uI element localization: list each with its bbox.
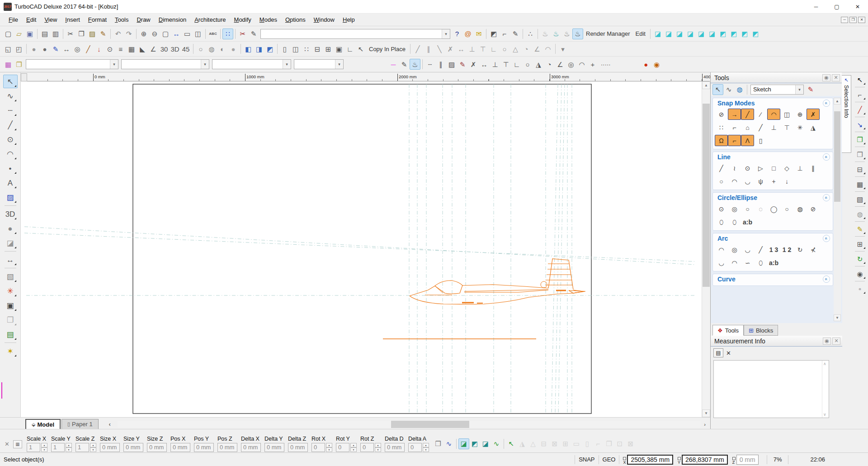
tab-tools[interactable]: ❖Tools <box>712 325 744 336</box>
menu-tools[interactable]: Tools <box>111 14 132 25</box>
arc-3point-icon[interactable]: ◠ <box>728 257 741 268</box>
redo-icon[interactable]: ↷ <box>123 29 134 39</box>
assemble-5-icon[interactable]: ↔ <box>456 43 467 54</box>
line-multiline-icon[interactable]: ≀ <box>728 162 741 174</box>
edit-curve-icon[interactable]: ∿ <box>443 438 454 449</box>
snap-intersection-icon[interactable]: ✗ <box>807 109 820 120</box>
viewport-4-icon[interactable]: ⊞ <box>323 43 334 54</box>
corner-handle-icon[interactable]: ⌐ <box>854 89 866 100</box>
frame-nodes-icon[interactable]: ▫ <box>854 283 866 295</box>
collapse-icon[interactable]: « <box>823 100 830 107</box>
field-value[interactable]: 1 <box>27 443 40 452</box>
snap-indicator[interactable]: SNAP <box>579 456 594 463</box>
inspector-close-icon[interactable]: ✕ <box>5 441 9 447</box>
pencil-node-icon[interactable]: ✎ <box>50 43 61 54</box>
arc-tool-icon[interactable]: ◠ <box>576 59 587 70</box>
snap-vertical-icon[interactable]: ⊥ <box>767 122 780 133</box>
viewport-single-icon[interactable]: ▯ <box>279 43 290 54</box>
no-select-icon[interactable]: ⊠ <box>625 438 636 449</box>
3d-object-tool[interactable]: 3D <box>3 207 18 221</box>
insert-part-tool[interactable]: ❐ <box>3 313 18 327</box>
zoom-out-icon[interactable]: ⊖ <box>149 29 160 39</box>
menu-window[interactable]: Window <box>310 14 339 25</box>
camera-move-icon[interactable]: ◉ <box>854 268 866 280</box>
arc-elliptical-icon[interactable]: ⬯ <box>754 257 767 268</box>
field-value[interactable]: 1 <box>51 443 65 452</box>
edit-rect-icon[interactable]: ❐ <box>433 438 443 449</box>
scroll-down-icon[interactable]: ▼ <box>834 314 841 321</box>
light-tool[interactable]: ✳ <box>3 284 18 298</box>
rotate-view-icon[interactable]: ↻ <box>854 253 866 265</box>
field-value[interactable]: 0 mm <box>217 443 237 452</box>
assemble-4-icon[interactable]: ✗ <box>445 43 456 54</box>
snap-aperture-icon[interactable]: ▯ <box>754 135 767 146</box>
render-edit-button[interactable]: Edit <box>633 30 648 37</box>
link-nodes-icon[interactable]: ∴ <box>525 29 536 39</box>
chevron-down-icon[interactable]: ▾ <box>110 60 118 69</box>
line-style-combo[interactable]: ▾ <box>121 59 209 69</box>
align-icon[interactable]: ⊟ <box>538 438 549 449</box>
mdi-close-button[interactable]: ✕ <box>858 17 865 23</box>
menu-format[interactable]: Format <box>84 14 111 25</box>
spell-check-icon[interactable]: ABC <box>208 29 218 39</box>
lock-aspect-icon[interactable]: ⊠ <box>549 438 560 449</box>
circle-diameter-icon[interactable]: ○ <box>741 203 754 214</box>
paper-stack-icon[interactable]: ❐ <box>14 59 24 70</box>
set-square-icon[interactable]: ◣ <box>137 43 148 54</box>
stack-objects-icon[interactable]: ⊟ <box>854 163 866 175</box>
schedule-table-icon[interactable]: ▦ <box>854 178 866 190</box>
ellipse-rotated-icon[interactable]: ⬯ <box>728 216 741 228</box>
iso-45-icon[interactable]: 45 <box>180 43 191 54</box>
pick-cursor-icon[interactable]: ↖ <box>355 43 366 54</box>
render-mode-wire-icon[interactable]: ○ <box>195 43 206 54</box>
flip-icon[interactable]: ↔ <box>61 43 72 54</box>
parallel-lines-icon[interactable]: ∥ <box>435 59 446 70</box>
assemble-7-icon[interactable]: ⊤ <box>477 43 488 54</box>
panel-world-icon[interactable]: ◍ <box>734 84 745 95</box>
collapse-icon[interactable]: « <box>823 276 830 283</box>
chevron-down-icon[interactable]: ▾ <box>283 60 291 69</box>
sphere-tool[interactable]: ● <box>3 222 18 235</box>
snap-quadrant-icon[interactable]: ◫ <box>780 109 793 120</box>
pos-icon[interactable]: ▯ <box>582 438 593 449</box>
field-value[interactable]: 0 mm <box>170 443 190 452</box>
format-painter-icon[interactable]: ✎ <box>98 29 108 39</box>
zoom-previous-icon[interactable]: ▭ <box>182 29 193 39</box>
selection-info-tab[interactable]: ↖ Selection Info <box>842 75 851 153</box>
balloon-icon[interactable]: ◍ <box>854 208 866 220</box>
line-color-swatch[interactable]: ─ <box>388 59 399 70</box>
inspector-grid-icon[interactable]: ▦ <box>13 440 22 448</box>
paste-icon[interactable]: ▨ <box>87 29 98 39</box>
text-tool[interactable]: A <box>3 176 18 190</box>
style-pen-icon[interactable]: ✎ <box>399 59 410 70</box>
snap-horizontal-icon[interactable]: ⊤ <box>780 122 793 133</box>
zoom-sheet-icon[interactable]: ◰ <box>14 43 24 54</box>
line-tangent-2arc-icon[interactable]: ◡ <box>741 176 754 187</box>
assemble-8-icon[interactable]: ∟ <box>488 43 499 54</box>
tab-scroll-right-button[interactable]: › <box>701 421 708 428</box>
box-wireframe-icon[interactable]: ▧ <box>854 193 866 205</box>
circle-tangent-icon[interactable]: ○ <box>780 203 793 214</box>
render-mode-hidden-icon[interactable]: ◍ <box>206 43 217 54</box>
view-iso-nw-icon[interactable]: ◩ <box>750 29 761 39</box>
snap-tangent-icon[interactable]: ╱ <box>754 122 767 133</box>
x-coordinate-field[interactable]: 2505,385 mm <box>627 455 673 465</box>
render-wireframe-icon[interactable]: ♨ <box>540 29 551 39</box>
view-iso-se-icon[interactable]: ◩ <box>717 29 728 39</box>
arc-ratio-icon[interactable]: a:b <box>767 257 780 268</box>
open-folder-icon[interactable]: ▱ <box>14 29 24 39</box>
minimize-button[interactable]: ─ <box>806 0 826 14</box>
mdi-restore-button[interactable]: ❐ <box>849 17 857 23</box>
collapse-icon[interactable]: « <box>823 194 830 201</box>
snap-magnetic-icon[interactable]: Ω <box>715 135 728 146</box>
color-palette-icon[interactable]: ▦ <box>3 59 14 70</box>
x-lock-checkbox[interactable] <box>623 457 626 460</box>
multi-hatch-icon[interactable]: ▨ <box>446 59 457 70</box>
corner-select-icon[interactable]: ⌐ <box>499 29 510 39</box>
maximize-button[interactable]: ▢ <box>826 0 847 14</box>
menu-draw[interactable]: Draw <box>132 14 154 25</box>
view-top-icon[interactable]: ◪ <box>652 29 663 39</box>
field-value[interactable]: 0 <box>336 443 349 452</box>
iso-30-icon[interactable]: 30 <box>159 43 170 54</box>
zoom-window-icon[interactable]: ▢ <box>160 29 171 39</box>
